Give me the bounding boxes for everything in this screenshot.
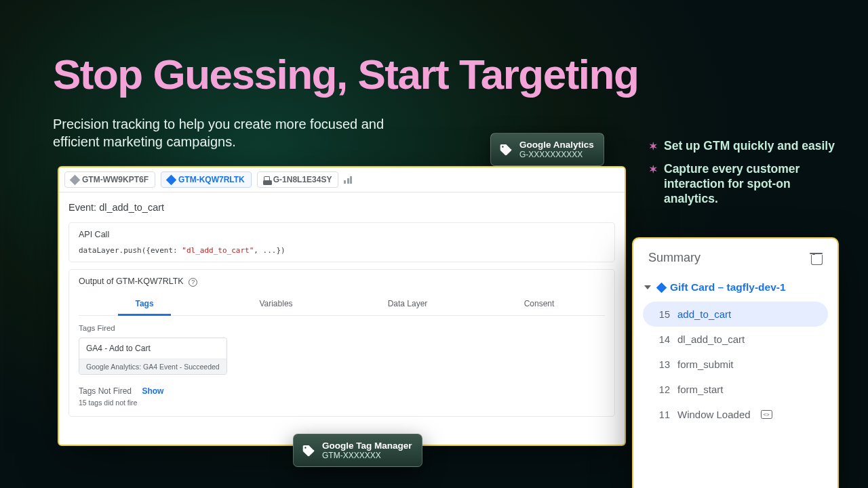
tab-data-layer[interactable]: Data Layer bbox=[342, 293, 473, 315]
event-name: form_submit bbox=[677, 359, 734, 370]
event-name: form_start bbox=[677, 384, 724, 395]
badge-google-analytics: Google Analytics G-XXXXXXXXXX bbox=[490, 133, 604, 166]
event-num: 15 bbox=[656, 309, 670, 320]
summary-site-row[interactable]: Gift Card – tagfly-dev-1 bbox=[643, 279, 828, 302]
account-switch-bar: GTM-WW9KPT6F GTM-KQW7RLTK G-1N8L1E34SY bbox=[59, 167, 625, 192]
event-item-form-start[interactable]: 12 form_start bbox=[643, 377, 828, 402]
tab-variables[interactable]: Variables bbox=[210, 293, 342, 315]
badge-google-tag-manager: Google Tag Manager GTM-XXXXXXX bbox=[293, 434, 422, 467]
event-name: dl_add_to_cart bbox=[677, 333, 745, 345]
api-call-code: dataLayer.push({event: "dl_add_to_cart",… bbox=[79, 246, 605, 255]
summary-title: Summary bbox=[648, 251, 701, 265]
event-num: 12 bbox=[656, 384, 670, 395]
chevron-down-icon bbox=[644, 285, 651, 289]
account-id: GTM-KQW7RLTK bbox=[178, 175, 245, 184]
account-id: G-1N8L1E34SY bbox=[273, 175, 332, 184]
event-item-add-to-cart[interactable]: 15 add_to_cart bbox=[643, 302, 828, 327]
badge-id: G-XXXXXXXXXX bbox=[519, 150, 594, 160]
fired-tag-status: Google Analytics: GA4 Event - Succeeded bbox=[79, 359, 226, 374]
badge-id: GTM-XXXXXXX bbox=[322, 451, 412, 461]
account-chip-ga[interactable]: G-1N8L1E34SY bbox=[257, 171, 339, 188]
tags-fired-label: Tags Fired bbox=[79, 324, 605, 332]
diamond-icon bbox=[70, 174, 81, 185]
account-chip-gtm2[interactable]: GTM-KQW7RLTK bbox=[161, 171, 252, 188]
event-item-dl-add-to-cart[interactable]: 14 dl_add_to_cart bbox=[643, 327, 828, 352]
tag-icon bbox=[302, 444, 315, 458]
feature-list: Set up GTM quickly and easily Capture ev… bbox=[649, 139, 846, 215]
event-num: 14 bbox=[656, 334, 670, 345]
analytics-bars-icon[interactable] bbox=[344, 176, 352, 184]
tab-tags[interactable]: Tags bbox=[79, 293, 210, 315]
account-id: GTM-WW9KPT6F bbox=[82, 175, 149, 184]
help-icon[interactable]: ? bbox=[189, 278, 197, 287]
api-call-card: API Call dataLayer.push({event: "dl_add_… bbox=[68, 222, 615, 262]
account-chip-gtm1[interactable]: GTM-WW9KPT6F bbox=[64, 171, 155, 188]
badge-title: Google Analytics bbox=[519, 140, 594, 150]
summary-panel: Summary Gift Card – tagfly-dev-1 15 add_… bbox=[632, 237, 839, 488]
show-link[interactable]: Show bbox=[142, 386, 163, 396]
code-icon: <> bbox=[761, 410, 772, 419]
output-card: Output of GTM-KQW7RLTK ? Tags Variables … bbox=[68, 269, 615, 417]
gtm-debug-panel: GTM-WW9KPT6F GTM-KQW7RLTK G-1N8L1E34SY E… bbox=[58, 166, 626, 446]
diamond-icon bbox=[166, 174, 177, 185]
event-item-form-submit[interactable]: 13 form_submit bbox=[643, 352, 828, 377]
fired-tag-card[interactable]: GA4 - Add to Cart Google Analytics: GA4 … bbox=[79, 338, 227, 375]
feature-item: Capture every customer interaction for s… bbox=[649, 162, 846, 207]
hero-subtitle: Precision tracking to help you create mo… bbox=[53, 115, 433, 150]
output-tabs: Tags Variables Data Layer Consent bbox=[79, 293, 605, 316]
event-title: Event: dl_add_to_cart bbox=[68, 202, 615, 213]
feature-item: Set up GTM quickly and easily bbox=[649, 139, 846, 154]
event-num: 11 bbox=[656, 409, 670, 420]
not-fired-count: 15 tags did not fire bbox=[79, 399, 605, 407]
lock-icon bbox=[264, 176, 270, 184]
event-num: 13 bbox=[656, 359, 670, 370]
summary-events: 15 add_to_cart 14 dl_add_to_cart 13 form… bbox=[643, 302, 828, 427]
output-title: Output of GTM-KQW7RLTK ? bbox=[79, 277, 197, 287]
event-item-window-loaded[interactable]: 11 Window Loaded <> bbox=[643, 402, 828, 427]
badge-title: Google Tag Manager bbox=[322, 441, 412, 451]
api-call-label: API Call bbox=[79, 230, 605, 239]
clear-icon[interactable] bbox=[810, 251, 823, 264]
tag-icon bbox=[499, 143, 513, 157]
hero-title: Stop Guessing, Start Targeting bbox=[53, 50, 638, 98]
tab-consent[interactable]: Consent bbox=[473, 293, 605, 315]
fired-tag-name: GA4 - Add to Cart bbox=[79, 338, 226, 359]
diamond-icon bbox=[656, 282, 667, 293]
tags-not-fired-label: Tags Not Fired bbox=[79, 386, 132, 396]
summary-site-name: Gift Card – tagfly-dev-1 bbox=[670, 281, 786, 293]
event-name: Window Loaded bbox=[677, 409, 751, 420]
event-name: add_to_cart bbox=[677, 308, 731, 320]
